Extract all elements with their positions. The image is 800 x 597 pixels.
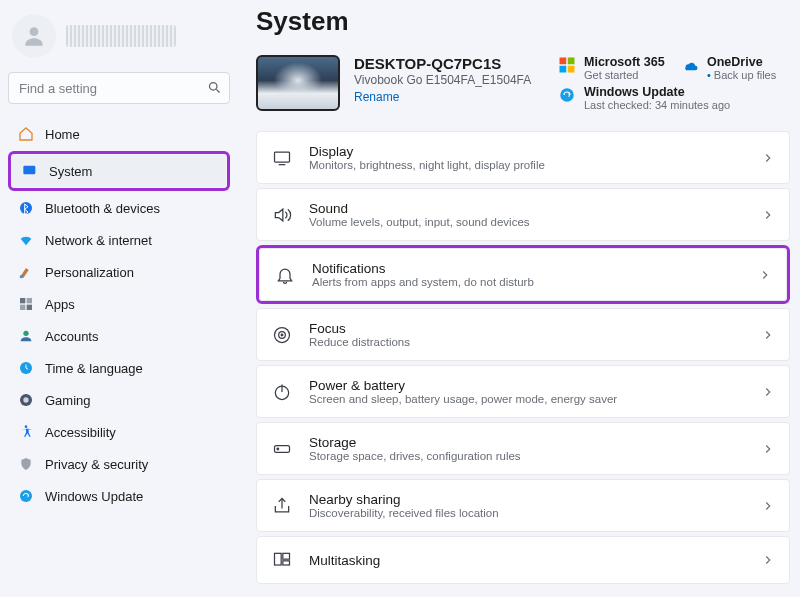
wifi-icon <box>18 232 34 248</box>
setting-storage[interactable]: StorageStorage space, drives, configurat… <box>256 422 790 475</box>
nav-label: Bluetooth & devices <box>45 201 160 216</box>
accounts-icon <box>18 328 34 344</box>
nav-home[interactable]: Home <box>8 118 230 150</box>
svg-point-14 <box>25 425 28 428</box>
device-name: DESKTOP-QC7PC1S <box>354 55 544 72</box>
tile-microsoft-365[interactable]: Microsoft 365Get started <box>558 55 667 81</box>
setting-focus[interactable]: FocusReduce distractions <box>256 308 790 361</box>
svg-line-2 <box>216 89 219 92</box>
setting-title: Display <box>309 144 761 159</box>
svg-point-29 <box>277 448 279 450</box>
accessibility-icon <box>18 424 34 440</box>
update-icon <box>558 86 576 104</box>
clock-icon <box>18 360 34 376</box>
nav-time[interactable]: Time & language <box>8 352 230 384</box>
svg-point-10 <box>23 331 28 336</box>
setting-nearby-sharing[interactable]: Nearby sharingDiscoverability, received … <box>256 479 790 532</box>
device-model: Vivobook Go E1504FA_E1504FA <box>354 73 544 87</box>
search-input[interactable] <box>8 72 230 104</box>
avatar <box>12 14 56 58</box>
svg-rect-19 <box>568 66 575 73</box>
nav-accounts[interactable]: Accounts <box>8 320 230 352</box>
setting-notifications[interactable]: NotificationsAlerts from apps and system… <box>259 248 787 301</box>
nav-apps[interactable]: Apps <box>8 288 230 320</box>
tile-title: Windows Update <box>584 85 730 99</box>
tile-onedrive[interactable]: OneDrive•Back up files <box>681 55 790 81</box>
nav-windows-update[interactable]: Windows Update <box>8 480 230 512</box>
setting-sub: Volume levels, output, input, sound devi… <box>309 216 761 228</box>
nav-accessibility[interactable]: Accessibility <box>8 416 230 448</box>
nav-label: Time & language <box>45 361 143 376</box>
user-profile[interactable] <box>8 8 230 72</box>
apps-icon <box>18 296 34 312</box>
svg-rect-21 <box>275 152 290 162</box>
tile-sub: •Back up files <box>707 69 776 81</box>
shield-icon <box>18 456 34 472</box>
multitasking-icon <box>271 549 293 571</box>
setting-title: Notifications <box>312 261 758 276</box>
setting-multitasking[interactable]: Multitasking <box>256 536 790 584</box>
gaming-icon <box>18 392 34 408</box>
setting-title: Storage <box>309 435 761 450</box>
bluetooth-icon <box>18 200 34 216</box>
setting-sub: Reduce distractions <box>309 336 761 348</box>
chevron-right-icon <box>761 208 775 222</box>
power-icon <box>271 381 293 403</box>
setting-title: Sound <box>309 201 761 216</box>
setting-power[interactable]: Power & batteryScreen and sleep, battery… <box>256 365 790 418</box>
setting-title: Power & battery <box>309 378 761 393</box>
nav-label: Network & internet <box>45 233 152 248</box>
svg-rect-17 <box>568 58 575 65</box>
nav-label: Accessibility <box>45 425 116 440</box>
nav-label: Privacy & security <box>45 457 148 472</box>
storage-icon <box>271 438 293 460</box>
search-box[interactable] <box>8 72 230 104</box>
svg-point-5 <box>20 275 23 278</box>
svg-rect-16 <box>560 58 567 65</box>
nav-label: Windows Update <box>45 489 143 504</box>
nav-network[interactable]: Network & internet <box>8 224 230 256</box>
nav-privacy[interactable]: Privacy & security <box>8 448 230 480</box>
nav-personalization[interactable]: Personalization <box>8 256 230 288</box>
highlight-system-nav: System <box>8 151 230 191</box>
svg-point-1 <box>210 83 218 91</box>
tile-windows-update[interactable]: Windows UpdateLast checked: 34 minutes a… <box>558 85 790 111</box>
tile-title: OneDrive <box>707 55 776 69</box>
chevron-right-icon <box>761 553 775 567</box>
nav-label: Apps <box>45 297 75 312</box>
device-header: DESKTOP-QC7PC1S Vivobook Go E1504FA_E150… <box>256 55 790 111</box>
device-wallpaper-thumb[interactable] <box>256 55 340 111</box>
main-content: System DESKTOP-QC7PC1S Vivobook Go E1504… <box>238 0 800 597</box>
home-icon <box>18 126 34 142</box>
share-icon <box>271 495 293 517</box>
setting-title: Focus <box>309 321 761 336</box>
svg-rect-32 <box>283 561 290 565</box>
onedrive-icon <box>681 56 699 74</box>
setting-sound[interactable]: SoundVolume levels, output, input, sound… <box>256 188 790 241</box>
system-icon <box>22 163 38 179</box>
chevron-right-icon <box>761 151 775 165</box>
svg-point-15 <box>20 490 32 502</box>
chevron-right-icon <box>761 385 775 399</box>
nav-bluetooth[interactable]: Bluetooth & devices <box>8 192 230 224</box>
svg-rect-8 <box>20 305 25 310</box>
tile-sub: Last checked: 34 minutes ago <box>584 99 730 111</box>
nav-gaming[interactable]: Gaming <box>8 384 230 416</box>
device-info: DESKTOP-QC7PC1S Vivobook Go E1504FA_E150… <box>354 55 544 105</box>
brush-icon <box>18 264 34 280</box>
display-icon <box>271 147 293 169</box>
setting-sub: Alerts from apps and system, do not dist… <box>312 276 758 288</box>
svg-rect-6 <box>20 298 25 303</box>
svg-rect-7 <box>27 298 32 303</box>
highlight-notifications: NotificationsAlerts from apps and system… <box>256 245 790 304</box>
microsoft-365-icon <box>558 56 576 74</box>
setting-sub: Storage space, drives, configuration rul… <box>309 450 761 462</box>
nav-label: Accounts <box>45 329 98 344</box>
sound-icon <box>271 204 293 226</box>
rename-link[interactable]: Rename <box>354 90 399 104</box>
page-title: System <box>256 6 790 37</box>
setting-sub: Discoverability, received files location <box>309 507 761 519</box>
setting-display[interactable]: DisplayMonitors, brightness, night light… <box>256 131 790 184</box>
tile-title: Microsoft 365 <box>584 55 665 69</box>
nav-system[interactable]: System <box>12 155 226 187</box>
